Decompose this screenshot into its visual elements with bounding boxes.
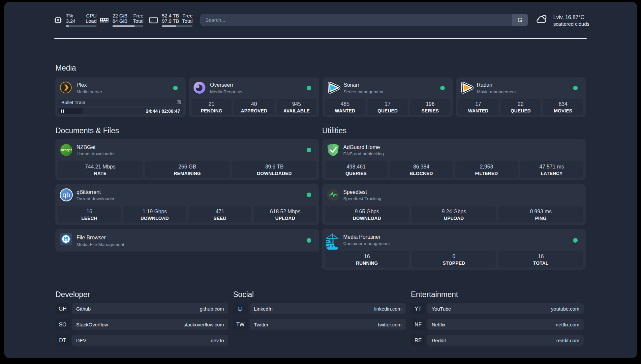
svg-text:nzbget: nzbget	[61, 148, 72, 152]
svg-text:qb: qb	[62, 191, 70, 198]
